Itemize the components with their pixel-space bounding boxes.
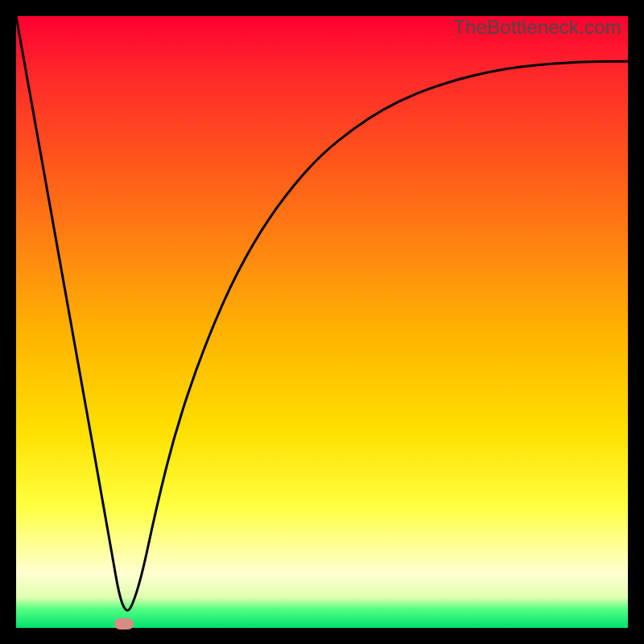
chart-frame: TheBottleneck.com bbox=[0, 0, 644, 644]
plot-area: TheBottleneck.com bbox=[16, 16, 628, 628]
optimum-marker bbox=[114, 618, 134, 630]
curve-path bbox=[16, 16, 628, 610]
bottleneck-curve bbox=[16, 16, 628, 628]
